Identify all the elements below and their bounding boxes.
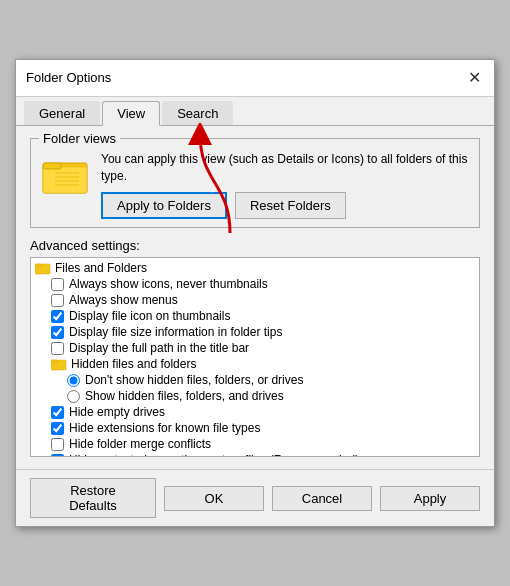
checkbox-label: Hide protected operating system files (R… (69, 453, 359, 457)
checkbox-2[interactable] (51, 294, 64, 307)
settings-item: Hidden files and folders (31, 356, 479, 372)
folder-small-icon (51, 357, 67, 371)
bottom-buttons: Restore Defaults OK Cancel Apply (16, 469, 494, 526)
settings-scroll-wrap: Files and FoldersAlways show icons, neve… (30, 257, 480, 457)
svg-rect-1 (43, 167, 87, 193)
cancel-button[interactable]: Cancel (272, 486, 372, 511)
dialog-title: Folder Options (26, 70, 111, 85)
checkbox-label: Display file size information in folder … (69, 325, 282, 339)
folder-views-description: You can apply this view (such as Details… (101, 151, 469, 185)
tab-strip: General View Search (16, 97, 494, 126)
reset-folders-button[interactable]: Reset Folders (235, 192, 346, 219)
title-bar: Folder Options ✕ (16, 60, 494, 97)
checkbox-label: Always show icons, never thumbnails (69, 277, 268, 291)
radio-label: Don't show hidden files, folders, or dri… (85, 373, 303, 387)
folder-views-right: You can apply this view (such as Details… (101, 151, 469, 220)
checkbox-3[interactable] (51, 310, 64, 323)
settings-item[interactable]: Hide empty drives (31, 404, 479, 420)
group-title: Folder views (39, 131, 120, 146)
settings-item[interactable]: Hide protected operating system files (R… (31, 452, 479, 457)
checkbox-11[interactable] (51, 438, 64, 451)
settings-item: Files and Folders (31, 260, 479, 276)
checkbox-1[interactable] (51, 278, 64, 291)
advanced-label: Advanced settings: (30, 238, 480, 253)
svg-rect-2 (43, 163, 61, 169)
radio-7[interactable] (67, 374, 80, 387)
folder-small-icon (35, 261, 51, 275)
folder-options-dialog: Folder Options ✕ General View Search Fol… (15, 59, 495, 528)
folder-views-inner: You can apply this view (such as Details… (41, 151, 469, 220)
restore-defaults-button[interactable]: Restore Defaults (30, 478, 156, 518)
settings-item[interactable]: Show hidden files, folders, and drives (31, 388, 479, 404)
checkbox-label: Hide extensions for known file types (69, 421, 260, 435)
settings-item[interactable]: Display the full path in the title bar (31, 340, 479, 356)
close-button[interactable]: ✕ (464, 68, 484, 88)
tab-general[interactable]: General (24, 101, 100, 125)
folder-views-buttons: Apply to Folders Reset Folders (101, 192, 469, 219)
checkbox-label: Hide empty drives (69, 405, 165, 419)
settings-list[interactable]: Files and FoldersAlways show icons, neve… (30, 257, 480, 457)
ok-button[interactable]: OK (164, 486, 264, 511)
radio-label: Show hidden files, folders, and drives (85, 389, 284, 403)
checkbox-5[interactable] (51, 342, 64, 355)
settings-item[interactable]: Display file size information in folder … (31, 324, 479, 340)
settings-item[interactable]: Don't show hidden files, folders, or dri… (31, 372, 479, 388)
settings-item[interactable]: Display file icon on thumbnails (31, 308, 479, 324)
checkbox-4[interactable] (51, 326, 64, 339)
tab-content: Folder views You can apply this view (su… (16, 126, 494, 470)
settings-item[interactable]: Always show menus (31, 292, 479, 308)
svg-rect-9 (35, 264, 41, 267)
radio-8[interactable] (67, 390, 80, 403)
svg-rect-11 (51, 360, 57, 363)
checkbox-9[interactable] (51, 406, 64, 419)
tab-search[interactable]: Search (162, 101, 233, 125)
section-label: Files and Folders (55, 261, 147, 275)
tab-view[interactable]: View (102, 101, 160, 126)
apply-button[interactable]: Apply (380, 486, 480, 511)
checkbox-12[interactable] (51, 454, 64, 458)
section-label: Hidden files and folders (71, 357, 196, 371)
folder-large-icon (41, 155, 89, 195)
checkbox-label: Always show menus (69, 293, 178, 307)
checkbox-label: Hide folder merge conflicts (69, 437, 211, 451)
checkbox-label: Display file icon on thumbnails (69, 309, 230, 323)
checkbox-label: Display the full path in the title bar (69, 341, 249, 355)
settings-item[interactable]: Always show icons, never thumbnails (31, 276, 479, 292)
checkbox-10[interactable] (51, 422, 64, 435)
settings-item[interactable]: Hide folder merge conflicts (31, 436, 479, 452)
settings-item[interactable]: Hide extensions for known file types (31, 420, 479, 436)
apply-to-folders-button[interactable]: Apply to Folders (101, 192, 227, 219)
folder-views-group: Folder views You can apply this view (su… (30, 138, 480, 229)
